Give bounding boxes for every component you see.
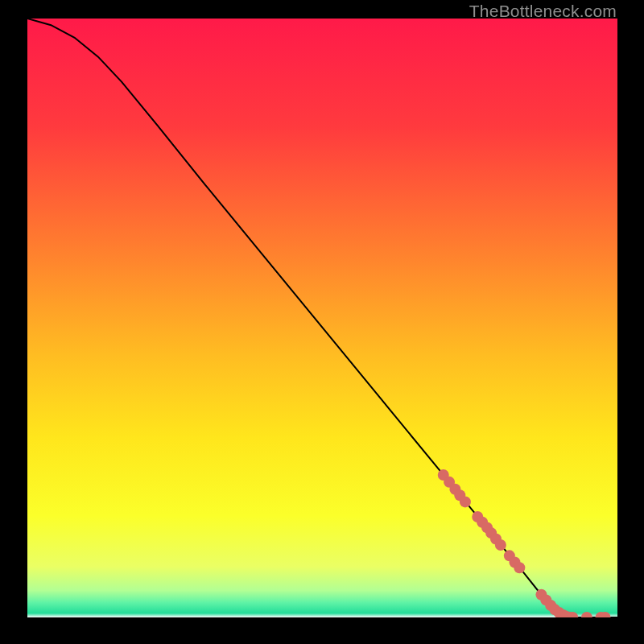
- chart-svg: [27, 19, 617, 617]
- marker-dot: [495, 539, 506, 551]
- marker-dot: [514, 562, 525, 573]
- chart-background: [27, 19, 617, 617]
- marker-dot: [460, 496, 471, 507]
- chart-frame: [27, 19, 617, 617]
